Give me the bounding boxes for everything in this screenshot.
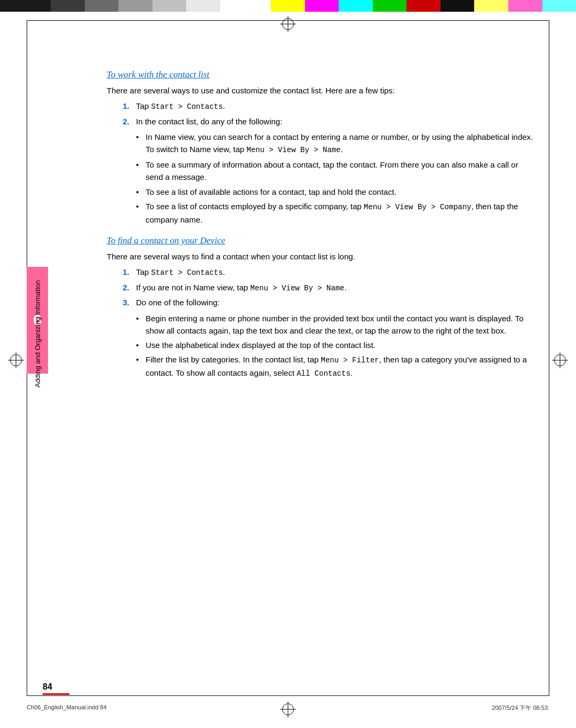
reg-mark-right bbox=[552, 352, 568, 368]
step1-text: Tap Start > Contacts. bbox=[136, 101, 225, 110]
section1-step-1: 1. Tap Start > Contacts. bbox=[123, 100, 533, 113]
section1-bullets: In Name view, you can search for a conta… bbox=[136, 131, 533, 226]
s2-bullet-3: Filter the list by categories. In the co… bbox=[136, 353, 533, 379]
s2-step2-text: If you are not in Name view, tap Menu > … bbox=[136, 283, 347, 292]
section2-step-1: 1. Tap Start > Contacts. bbox=[123, 266, 533, 279]
section2-bullets: Begin entering a name or phone number in… bbox=[136, 312, 533, 380]
bullet-3: To see a list of available actions for a… bbox=[136, 186, 533, 198]
bullet-1: In Name view, you can search for a conta… bbox=[136, 131, 533, 156]
reg-mark-left bbox=[8, 352, 24, 368]
s2-bullet-2: Use the alphabetical index displayed at … bbox=[136, 339, 533, 351]
section2-intro: There are several ways to find a contact… bbox=[107, 250, 533, 263]
step1-number: 1. bbox=[123, 100, 130, 112]
main-content: To work with the contact list There are … bbox=[107, 69, 533, 675]
reg-mark-top bbox=[280, 16, 296, 32]
section2-step-2: 2. If you are not in Name view, tap Menu… bbox=[123, 281, 533, 295]
s2-bullet-1: Begin entering a name or phone number in… bbox=[136, 312, 533, 337]
section1-step-2: 2. In the contact list, do any of the fo… bbox=[123, 115, 533, 128]
section1-heading: To work with the contact list bbox=[107, 69, 533, 80]
step2-number: 2. bbox=[123, 115, 130, 128]
footer-left: Ch06_English_Manual.indd 84 bbox=[27, 704, 107, 712]
page-number: 84 bbox=[43, 682, 52, 692]
section2-steps: 1. Tap Start > Contacts. 2. If you are n… bbox=[123, 266, 533, 309]
bullet-2: To see a summary of information about a … bbox=[136, 159, 533, 184]
s2-step1-text: Tap Start > Contacts. bbox=[136, 267, 225, 276]
color-bar bbox=[0, 0, 576, 12]
section2-heading: To find a contact on your Device bbox=[107, 235, 533, 246]
page-border-right bbox=[549, 20, 549, 696]
page-border-bottom bbox=[27, 695, 549, 696]
section1-steps: 1. Tap Start > Contacts. 2. In the conta… bbox=[123, 100, 533, 128]
footer: Ch06_English_Manual.indd 84 2007/5/24 下午… bbox=[27, 704, 549, 712]
section2-step-3: 3. Do one of the following: bbox=[123, 296, 533, 308]
chapter-label-container: Adding and Organizing Information bbox=[29, 240, 45, 427]
section1-intro: There are several ways to use and custom… bbox=[107, 84, 533, 97]
page-number-line bbox=[43, 693, 69, 695]
section-work-contact-list: To work with the contact list There are … bbox=[107, 69, 533, 226]
chapter-label: Adding and Organizing Information bbox=[34, 280, 42, 387]
step2-text: In the contact list, do any of the follo… bbox=[136, 117, 282, 126]
section-find-contact: To find a contact on your Device There a… bbox=[107, 235, 533, 380]
bullet-4: To see a list of contacts employed by a … bbox=[136, 200, 533, 226]
s2-step3-text: Do one of the following: bbox=[136, 298, 220, 307]
footer-right: 2007/5/24 下午 08:53: bbox=[492, 704, 549, 712]
page-border-top bbox=[27, 20, 549, 21]
